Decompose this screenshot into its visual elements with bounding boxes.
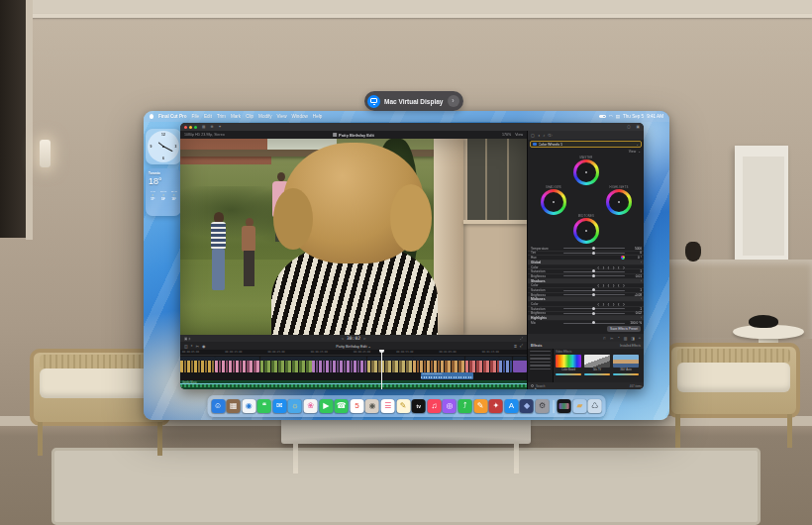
browser-layout-icon[interactable]: ▢ <box>627 125 630 129</box>
dock-item-safari[interactable]: ◉ <box>242 399 255 413</box>
parameter-slider[interactable] <box>563 271 625 272</box>
menubar-item-mark[interactable]: Mark <box>231 114 241 119</box>
color-inspector-tab-icon[interactable]: ◑ <box>538 133 540 138</box>
color-board-icon[interactable]: ▥ <box>624 336 628 341</box>
dock-item-finder[interactable]: ☺ <box>211 399 225 413</box>
crop-icon[interactable]: ✂ <box>610 336 613 341</box>
midtones-color-wheel[interactable] <box>573 218 599 244</box>
grid-icon[interactable]: ⌗ <box>639 336 641 340</box>
effect-item-360-auto[interactable]: 360° Auto <box>613 355 639 371</box>
color-stepper-arrows[interactable]: ❮ ❯ ❮ ❯ ❮ ❯ <box>560 265 626 269</box>
dock-item-messages[interactable]: ❝ <box>257 399 271 413</box>
fullscreen-icon[interactable]: ⤢ <box>520 337 523 341</box>
dock-item-settings[interactable]: ⚙ <box>536 399 550 413</box>
slider-knob[interactable] <box>592 252 595 255</box>
apple-menu-icon[interactable] <box>150 114 153 119</box>
menubar-item-modify[interactable]: Modify <box>258 114 272 119</box>
timeline-clip-8[interactable] <box>499 357 512 372</box>
slider-knob[interactable] <box>592 293 595 296</box>
dock-item-downloads-folder[interactable]: ▰ <box>572 399 586 413</box>
parameter-slider[interactable] <box>563 313 625 314</box>
menubar-item-file[interactable]: File <box>192 114 199 119</box>
tool-select-icon[interactable]: ⌖ <box>191 344 193 348</box>
close-window-button[interactable] <box>184 126 187 129</box>
dock-item-reminders[interactable]: ☰ <box>381 399 395 413</box>
dock-item-phone[interactable]: ☎ <box>335 399 349 413</box>
parameter-slider[interactable] <box>563 275 625 276</box>
timeline-clip-2[interactable] <box>215 357 259 372</box>
slider-knob[interactable] <box>592 312 595 315</box>
import-media-icon[interactable]: ⊕ <box>210 125 213 129</box>
color-stepper-arrows[interactable]: ❮ ❯ ❮ ❯ ❮ ❯ <box>560 283 626 287</box>
menubar-item-window[interactable]: Window <box>291 114 307 119</box>
shadows-color-wheel[interactable] <box>541 189 566 215</box>
timeline-index-icon[interactable]: ◫ <box>184 344 188 349</box>
dock-item-launchpad[interactable]: ▦ <box>227 399 241 413</box>
dock-item-calendar[interactable]: 5 <box>350 399 363 413</box>
chevron-right-icon[interactable]: › <box>448 95 459 107</box>
clock-widget[interactable]: 12 3 6 9 <box>146 129 181 164</box>
slider-knob[interactable] <box>592 288 595 291</box>
zoom-window-button[interactable] <box>194 126 197 129</box>
hue-wheel-control[interactable] <box>621 256 625 260</box>
effects-category-sidebar[interactable] <box>528 349 554 382</box>
menubar-item-trim[interactable]: Trim <box>217 114 226 119</box>
dock-item-photos[interactable]: ❀ <box>304 399 318 413</box>
viewer-zoom-menu[interactable]: 170% <box>502 133 511 137</box>
dock-item-photo-booth[interactable]: ◉ <box>365 399 379 413</box>
music-audio-track[interactable]: Gentle Music <box>180 380 527 389</box>
dock-item-facetime[interactable]: ▶ <box>319 399 333 413</box>
menubar-item-help[interactable]: Help <box>313 114 322 119</box>
color-stepper-arrows[interactable]: ❮ ❯ ❮ ❯ ❮ ❯ <box>560 302 626 306</box>
dock-item-app-store[interactable]: A <box>504 399 518 413</box>
dock-item-stocks[interactable]: ⤴ <box>458 399 472 413</box>
effect-enabled-checkbox[interactable] <box>533 143 537 147</box>
timeline-clip-4[interactable] <box>312 357 366 372</box>
mac-virtual-display-pill[interactable]: Mac Virtual Display › <box>364 91 463 111</box>
dock-item-podcasts[interactable]: ◎ <box>443 399 457 413</box>
menubar-item-edit[interactable]: Edit <box>204 114 212 119</box>
slider-knob[interactable] <box>592 274 595 277</box>
highlights-color-wheel[interactable] <box>606 189 632 215</box>
timeline-project-menu[interactable]: Patty Birthday Edit ⌄ <box>336 344 370 349</box>
effect-item-50s-tv[interactable]: 50s TV <box>584 355 610 371</box>
timeline-clip-6[interactable] <box>413 357 464 372</box>
audio-inspector-tab-icon[interactable]: ♪ <box>543 133 545 138</box>
timeline-clip-3[interactable] <box>260 357 312 372</box>
clip-appearance-icon[interactable]: ≣ <box>514 344 517 349</box>
master-color-wheel[interactable] <box>573 159 599 185</box>
slider-knob[interactable] <box>592 247 595 250</box>
effects-search-field[interactable]: Search <box>536 384 546 388</box>
parameter-slider[interactable] <box>563 253 625 254</box>
installed-effects-menu[interactable]: Installed Effects <box>620 344 641 348</box>
timeline-clip-9[interactable] <box>513 357 527 372</box>
dock-item-final-cut-window[interactable] <box>558 399 571 413</box>
dock-item-compressor[interactable]: ◆ <box>520 399 534 413</box>
mac-virtual-display-screen[interactable]: Final Cut ProFileEditTrimMarkClipModifyV… <box>144 111 669 420</box>
viewer-view-menu[interactable]: View <box>515 133 523 137</box>
snapping-icon[interactable]: ◉ <box>202 344 205 349</box>
dock-item-apple-tv[interactable]: tv <box>412 399 426 413</box>
inspector-view-menu[interactable]: View <box>629 150 636 154</box>
skip-back-icon[interactable]: ⊲ <box>341 337 344 341</box>
volume-line[interactable] <box>180 383 527 384</box>
slider-knob[interactable] <box>592 307 595 310</box>
slider-knob[interactable] <box>592 269 595 272</box>
parameter-slider[interactable] <box>563 323 625 324</box>
wifi-icon[interactable]: ◠ <box>609 114 613 119</box>
dock-item-mail[interactable]: ✉ <box>272 399 286 413</box>
parameter-slider[interactable] <box>563 290 625 291</box>
timeline-clip-5[interactable] <box>367 357 413 372</box>
window-title-bar[interactable]: ▤ ⊕ ✦ ▢ ▣ <box>180 123 644 131</box>
dock-item-weather[interactable]: ☼ <box>288 399 302 413</box>
menubar-item-clip[interactable]: Clip <box>246 114 254 119</box>
mask-icon[interactable]: ◨ <box>631 336 635 341</box>
video-inspector-tab-icon[interactable]: ▢ <box>531 133 535 138</box>
timeline-clip-1[interactable] <box>180 357 215 372</box>
retime-icon[interactable]: ◔ <box>617 336 619 340</box>
final-cut-pro-window[interactable]: ▤ ⊕ ✦ ▢ ▣ 1080p HD 23.98p, Stereo Patty … <box>180 123 644 389</box>
zoom-fit-icon[interactable]: ⤢ <box>520 344 523 349</box>
parameter-slider[interactable] <box>563 294 625 295</box>
slider-knob[interactable] <box>592 321 595 324</box>
minimize-window-button[interactable] <box>189 126 192 129</box>
